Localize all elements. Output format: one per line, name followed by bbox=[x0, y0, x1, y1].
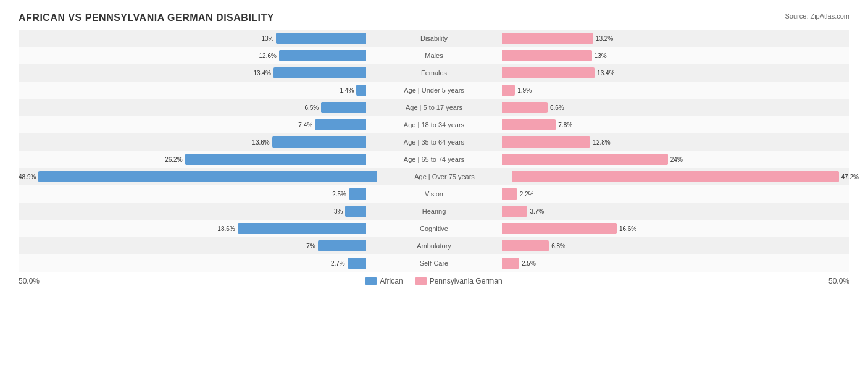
african-bar-1 bbox=[279, 50, 366, 61]
african-value-2: 13.4% bbox=[254, 70, 271, 77]
african-bar-4 bbox=[321, 102, 366, 113]
row-label-2: Females bbox=[366, 69, 502, 77]
bar-row: 18.6% Cognitive 16.6% bbox=[19, 220, 849, 237]
row-label-9: Vision bbox=[366, 190, 502, 198]
left-side-7: 26.2% bbox=[19, 153, 366, 166]
african-value-10: 3% bbox=[334, 208, 343, 215]
african-value-0: 13% bbox=[261, 35, 273, 42]
row-label-5: Age | 18 to 34 years bbox=[366, 121, 502, 128]
african-bar-6 bbox=[272, 136, 366, 148]
pg-bar-11 bbox=[502, 223, 617, 234]
source-label: Source: ZipAtlas.com bbox=[785, 12, 849, 20]
african-bar-8 bbox=[38, 171, 377, 182]
pg-bar-0 bbox=[502, 33, 593, 44]
left-side-13: 2.7% bbox=[19, 257, 366, 269]
legend-african: African bbox=[365, 277, 403, 285]
pg-value-5: 7.8% bbox=[558, 122, 572, 128]
bar-row: 13.4% Females 13.4% bbox=[19, 64, 849, 82]
right-side-10: 3.7% bbox=[502, 205, 849, 217]
pg-value-4: 6.6% bbox=[550, 104, 564, 111]
legend-pg: Pennsylvania German bbox=[415, 277, 503, 285]
african-bar-10 bbox=[345, 206, 366, 217]
african-value-11: 18.6% bbox=[217, 225, 235, 232]
left-side-9: 2.5% bbox=[19, 188, 366, 200]
bar-row: 1.4% Age | Under 5 years 1.9% bbox=[19, 82, 849, 99]
pg-bar-9 bbox=[502, 188, 517, 200]
right-side-4: 6.6% bbox=[502, 101, 849, 114]
row-label-10: Hearing bbox=[366, 208, 502, 215]
left-side-0: 13% bbox=[19, 32, 366, 44]
left-side-6: 13.6% bbox=[19, 136, 366, 148]
bar-row: 7.4% Age | 18 to 34 years 7.8% bbox=[19, 116, 849, 133]
pg-bar-5 bbox=[502, 119, 556, 130]
pg-value-13: 2.5% bbox=[522, 260, 536, 267]
bar-row: 2.7% Self-Care 2.5% bbox=[19, 254, 849, 272]
left-side-4: 6.5% bbox=[19, 101, 366, 114]
row-label-1: Males bbox=[366, 52, 502, 59]
pg-value-6: 12.8% bbox=[593, 139, 610, 146]
african-value-4: 6.5% bbox=[304, 104, 319, 111]
legend-pg-box bbox=[415, 277, 427, 285]
pg-value-3: 1.9% bbox=[517, 87, 532, 94]
bar-row: 12.6% Males 13% bbox=[19, 47, 849, 64]
african-value-7: 26.2% bbox=[165, 156, 182, 163]
pg-bar-7 bbox=[502, 154, 668, 165]
pg-value-0: 13.2% bbox=[596, 35, 613, 42]
pg-value-8: 47.2% bbox=[841, 174, 859, 180]
right-side-9: 2.2% bbox=[502, 188, 849, 200]
left-side-1: 12.6% bbox=[19, 49, 366, 62]
bar-row: 7% Ambulatory 6.8% bbox=[19, 237, 849, 254]
row-label-6: Age | 35 to 64 years bbox=[366, 138, 502, 146]
left-side-3: 1.4% bbox=[19, 84, 366, 96]
row-label-4: Age | 5 to 17 years bbox=[366, 104, 502, 111]
row-label-7: Age | 65 to 74 years bbox=[366, 156, 502, 163]
pg-bar-10 bbox=[502, 206, 527, 217]
row-label-13: Self-Care bbox=[366, 259, 502, 267]
african-bar-7 bbox=[185, 154, 366, 165]
african-bar-13 bbox=[348, 258, 366, 269]
pg-value-12: 6.8% bbox=[551, 243, 565, 250]
african-bar-5 bbox=[315, 119, 366, 130]
chart-container: 13% Disability 13.2% 12.6% Males 13% 13.… bbox=[19, 30, 849, 272]
bar-row: 13% Disability 13.2% bbox=[19, 30, 849, 47]
pg-value-10: 3.7% bbox=[530, 208, 544, 215]
pg-bar-13 bbox=[502, 258, 519, 269]
right-side-1: 13% bbox=[502, 49, 849, 62]
pg-value-7: 24% bbox=[670, 156, 683, 163]
right-side-5: 7.8% bbox=[502, 119, 849, 131]
row-label-8: Age | Over 75 years bbox=[377, 173, 512, 180]
african-value-6: 13.6% bbox=[252, 139, 269, 146]
african-value-1: 12.6% bbox=[259, 52, 277, 59]
chart-title: AFRICAN VS PENNSYLVANIA GERMAN DISABILIT… bbox=[19, 12, 274, 23]
pg-value-9: 2.2% bbox=[520, 191, 534, 198]
right-side-11: 16.6% bbox=[502, 222, 849, 235]
left-side-8: 48.9% bbox=[19, 170, 377, 183]
left-side-5: 7.4% bbox=[19, 119, 366, 131]
pg-bar-6 bbox=[502, 136, 590, 148]
pg-value-1: 13% bbox=[595, 52, 607, 59]
bar-row: 2.5% Vision 2.2% bbox=[19, 185, 849, 203]
african-value-13: 2.7% bbox=[331, 260, 345, 267]
pg-bar-8 bbox=[512, 171, 839, 182]
legend-african-label: African bbox=[380, 277, 403, 285]
african-value-5: 7.4% bbox=[298, 122, 312, 128]
row-label-11: Cognitive bbox=[366, 225, 502, 232]
row-label-3: Age | Under 5 years bbox=[366, 86, 502, 94]
row-label-0: Disability bbox=[366, 35, 502, 42]
right-side-13: 2.5% bbox=[502, 257, 849, 269]
legend-african-box bbox=[365, 277, 377, 285]
bar-row: 3% Hearing 3.7% bbox=[19, 203, 849, 220]
african-value-9: 2.5% bbox=[332, 191, 346, 198]
pg-value-11: 16.6% bbox=[619, 225, 636, 232]
african-bar-11 bbox=[238, 223, 366, 234]
right-side-6: 12.8% bbox=[502, 136, 849, 148]
african-value-3: 1.4% bbox=[340, 87, 354, 94]
legend: African Pennsylvania German bbox=[56, 277, 812, 285]
african-bar-2 bbox=[273, 67, 366, 78]
left-side-12: 7% bbox=[19, 240, 366, 252]
african-bar-12 bbox=[318, 240, 366, 251]
left-side-2: 13.4% bbox=[19, 67, 366, 79]
right-side-2: 13.4% bbox=[502, 67, 849, 79]
chart-footer: 50.0% African Pennsylvania German 50.0% bbox=[19, 277, 849, 285]
left-side-11: 18.6% bbox=[19, 222, 366, 235]
